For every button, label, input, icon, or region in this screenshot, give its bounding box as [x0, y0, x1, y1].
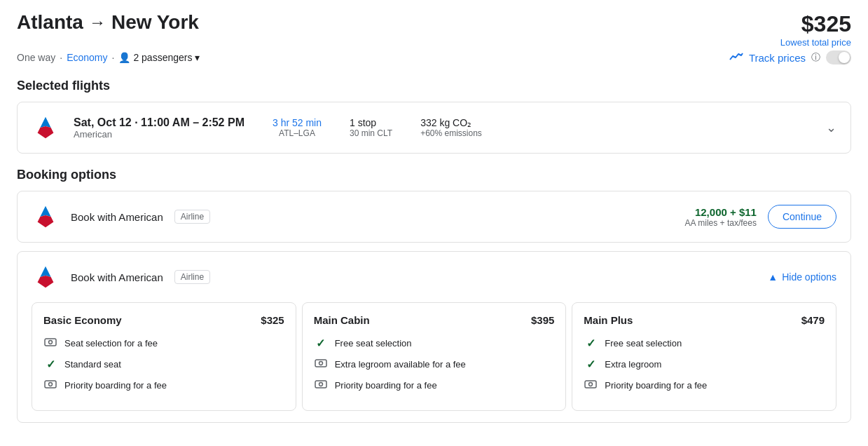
track-prices-info-icon: ⓘ	[811, 51, 820, 64]
flight-stops: 1 stop 30 min CLT	[350, 117, 392, 138]
fee-icon	[315, 358, 327, 370]
lowest-price-label: Lowest total price	[780, 37, 851, 48]
booking-logo-2	[32, 263, 60, 291]
svg-marker-7	[38, 276, 46, 288]
booking-header-2: Book with American Airline ▲ Hide option…	[32, 263, 836, 291]
svg-marker-1	[38, 126, 46, 138]
fare-feature: ✓ Free seat selection	[584, 336, 825, 350]
svg-rect-13	[315, 360, 326, 367]
svg-rect-15	[315, 381, 326, 388]
fare-header: Basic Economy $325	[43, 314, 284, 326]
svg-marker-3	[40, 206, 50, 217]
fare-feature: ✓ Extra legroom	[584, 357, 825, 371]
svg-marker-8	[46, 276, 53, 288]
airline-logo	[32, 114, 60, 142]
feature-icon-container	[43, 378, 57, 392]
track-prices-section: Track prices ⓘ	[729, 50, 851, 65]
dot2: ·	[112, 52, 115, 63]
feature-text: Extra legroom	[605, 359, 661, 370]
fare-feature: Priority boarding for a fee	[43, 378, 284, 392]
checkmark-icon: ✓	[586, 358, 595, 371]
continue-button-1[interactable]: Continue	[768, 205, 836, 229]
fare-header: Main Cabin $395	[314, 314, 555, 326]
page-wrapper: Atlanta → New York $325 Lowest total pri…	[0, 0, 868, 442]
hide-options-button[interactable]: ▲ Hide options	[768, 271, 836, 283]
dot1: ·	[60, 52, 62, 63]
feature-text: Seat selection for a fee	[64, 338, 158, 349]
miles-price: 12,000 + $11	[685, 206, 757, 218]
flight-card: Sat, Oct 12 · 11:00 AM – 2:52 PM America…	[17, 102, 851, 154]
booking-options-title: Booking options	[17, 168, 851, 182]
checkmark-icon: ✓	[46, 358, 55, 371]
track-prices-toggle[interactable]	[826, 50, 851, 65]
feature-text: Priority boarding for a fee	[64, 380, 167, 391]
svg-point-10	[49, 340, 53, 344]
feature-icon-container	[43, 336, 57, 350]
fee-icon	[584, 379, 597, 391]
feature-text: Priority boarding for a fee	[605, 380, 707, 391]
feature-text: Free seat selection	[335, 338, 412, 349]
chevron-up-icon: ▲	[768, 271, 778, 283]
booking-name-2: Book with American	[71, 271, 163, 283]
trip-info: One way · Economy · 👤 2 passengers ▾	[17, 52, 200, 63]
route-from: Atlanta	[17, 11, 83, 34]
airline-badge-2: Airline	[174, 270, 210, 284]
flight-time: Sat, Oct 12 · 11:00 AM – 2:52 PM	[74, 116, 244, 129]
booking-card-2: Book with American Airline ▲ Hide option…	[17, 251, 851, 423]
fare-name: Basic Economy	[43, 314, 122, 326]
hide-options-label: Hide options	[782, 271, 836, 283]
route-arrow: →	[89, 13, 106, 32]
svg-rect-9	[45, 339, 56, 346]
dropdown-icon: ▾	[195, 52, 200, 63]
feature-icon-container	[314, 357, 328, 371]
svg-marker-2	[46, 126, 53, 138]
miles-block: 12,000 + $11 AA miles + tax/fees	[685, 206, 757, 228]
fare-feature: Priority boarding for a fee	[584, 378, 825, 392]
feature-icon-container: ✓	[584, 336, 598, 350]
fare-name: Main Cabin	[314, 314, 370, 326]
svg-point-16	[319, 382, 322, 386]
flight-expand-button[interactable]: ⌄	[826, 120, 836, 135]
stops-label: 1 stop	[350, 117, 392, 128]
svg-marker-5	[46, 215, 53, 227]
fee-icon	[44, 379, 57, 391]
svg-point-18	[589, 382, 593, 386]
fare-price: $479	[801, 314, 825, 326]
svg-rect-17	[585, 381, 596, 388]
fare-options: Basic Economy $325 Seat selection for a …	[32, 302, 836, 411]
fare-price: $325	[261, 314, 284, 326]
passengers-button[interactable]: 👤 2 passengers ▾	[118, 52, 200, 63]
flight-time-block: Sat, Oct 12 · 11:00 AM – 2:52 PM America…	[74, 116, 244, 140]
flight-airline: American	[74, 129, 244, 140]
route-title: Atlanta → New York	[17, 11, 199, 34]
booking-header-1: Book with American Airline 12,000 + $11 …	[32, 203, 836, 231]
feature-icon-container: ✓	[584, 357, 598, 371]
feature-text: Priority boarding for a fee	[335, 380, 437, 391]
fare-feature: Seat selection for a fee	[43, 336, 284, 350]
booking-card-1: Book with American Airline 12,000 + $11 …	[17, 191, 851, 243]
fare-price: $395	[531, 314, 554, 326]
fee-icon	[44, 337, 57, 349]
feature-icon-container: ✓	[43, 357, 57, 371]
checkmark-icon: ✓	[586, 337, 595, 350]
selected-flights-title: Selected flights	[17, 79, 851, 93]
passenger-icon: 👤	[118, 52, 130, 63]
svg-marker-6	[40, 266, 50, 277]
booking-logo-1	[32, 203, 60, 231]
fare-card[interactable]: Basic Economy $325 Seat selection for a …	[32, 302, 296, 411]
checkmark-icon: ✓	[316, 337, 325, 350]
fare-name: Main Plus	[584, 314, 633, 326]
booking-name-1: Book with American	[71, 211, 163, 223]
fare-feature: Priority boarding for a fee	[314, 378, 555, 392]
booking-right-1: 12,000 + $11 AA miles + tax/fees Continu…	[685, 205, 836, 229]
svg-point-14	[319, 361, 322, 365]
passengers-count: 2 passengers	[133, 52, 192, 63]
miles-label: AA miles + tax/fees	[685, 218, 757, 228]
flight-details: Sat, Oct 12 · 11:00 AM – 2:52 PM America…	[74, 116, 812, 140]
fare-card[interactable]: Main Plus $479 ✓ Free seat selection ✓ E…	[572, 302, 836, 411]
fee-icon	[315, 379, 327, 391]
svg-rect-11	[45, 381, 56, 388]
feature-icon-container	[314, 378, 328, 392]
fare-card[interactable]: Main Cabin $395 ✓ Free seat selection Ex…	[302, 302, 567, 411]
stops-detail: 30 min CLT	[350, 128, 392, 138]
